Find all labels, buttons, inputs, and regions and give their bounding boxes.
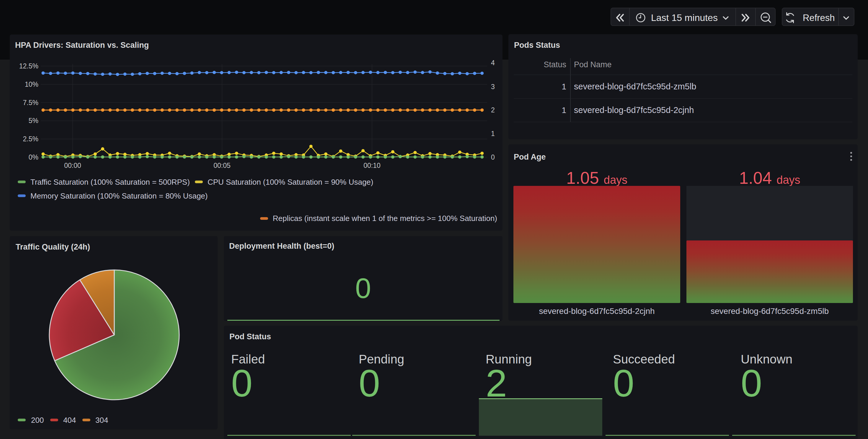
svg-text:4: 4 (491, 59, 495, 67)
svg-text:0: 0 (491, 154, 495, 161)
svg-text:0%: 0% (29, 154, 38, 161)
svg-text:1: 1 (491, 130, 495, 137)
svg-text:12.5%: 12.5% (19, 62, 38, 70)
svg-text:00:05: 00:05 (213, 162, 230, 169)
svg-text:10%: 10% (25, 80, 38, 88)
svg-text:7.5%: 7.5% (23, 99, 38, 106)
svg-text:5%: 5% (29, 117, 38, 125)
svg-text:00:10: 00:10 (364, 162, 380, 169)
svg-text:00:00: 00:00 (64, 162, 81, 169)
svg-text:3: 3 (491, 83, 495, 91)
svg-text:2.5%: 2.5% (23, 135, 38, 143)
svg-text:2: 2 (491, 106, 495, 114)
